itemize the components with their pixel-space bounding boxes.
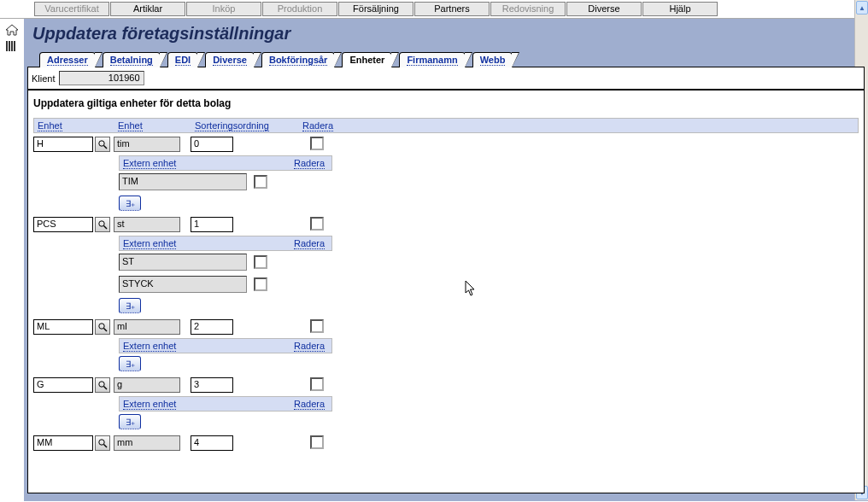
unit-code-input[interactable]: G [33, 377, 93, 393]
ext-block: Extern enhet Radera ST STYCK ∃₊ [119, 236, 332, 316]
delete-checkbox[interactable] [310, 217, 324, 231]
svg-line-5 [104, 146, 108, 149]
unit-name-field: st [114, 217, 180, 232]
klient-value: 101960 [59, 71, 144, 85]
unit-row: G g 3 [33, 376, 859, 394]
menu-artiklar[interactable]: Artiklar [110, 2, 185, 16]
list-icon[interactable] [6, 41, 18, 53]
add-ext-button[interactable]: ∃₊ [119, 414, 141, 429]
add-ext-button[interactable]: ∃₊ [119, 298, 141, 313]
menu-inkop[interactable]: Inköp [186, 2, 261, 16]
unit-code-input[interactable]: MM [33, 435, 93, 451]
menu-partners[interactable]: Partners [414, 2, 490, 16]
lookup-button[interactable] [95, 435, 110, 451]
top-menu: Varucertifikat Artiklar Inköp Produktion… [0, 0, 868, 19]
ext-unit-input[interactable]: ST [119, 254, 247, 271]
unit-row: H tim 0 [33, 135, 859, 154]
delete-checkbox[interactable] [310, 377, 324, 391]
unit-code-input[interactable]: PCS [33, 217, 93, 232]
svg-point-8 [99, 324, 104, 329]
grid-header: Enhet Enhet Sorteringsordning Radera [33, 118, 859, 133]
tab-webb[interactable]: Webb [472, 52, 513, 67]
tab-edi[interactable]: EDI [167, 52, 198, 67]
unit-row: ML ml 2 [33, 318, 859, 336]
unit-name-field: g [114, 377, 180, 393]
col-unit-code: Enhet [38, 120, 62, 131]
scroll-up-button[interactable]: ▲ [856, 1, 868, 15]
add-ext-button[interactable]: ∃₊ [119, 356, 141, 371]
svg-rect-2 [11, 41, 13, 51]
ext-col-del: Radera [294, 158, 325, 169]
ext-block: Extern enhet Radera ∃₊ [119, 338, 332, 374]
ext-col-unit: Extern enhet [123, 158, 176, 169]
unit-name-field: ml [114, 319, 180, 335]
page-title: Uppdatera företagsinställningar [32, 24, 865, 44]
ext-col-del: Radera [294, 399, 325, 410]
menu-hjalp[interactable]: Hjälp [642, 2, 718, 16]
col-unit-name: Enhet [118, 120, 143, 131]
svg-rect-1 [9, 41, 10, 51]
tab-strip: Adresser Betalning EDI Diverse Bokföring… [39, 52, 865, 67]
unit-name-field: tim [114, 137, 180, 152]
tab-firmanamn[interactable]: Firmanamn [399, 52, 465, 67]
svg-point-6 [99, 221, 104, 226]
svg-rect-3 [14, 41, 15, 51]
ext-col-unit: Extern enhet [123, 399, 176, 410]
ext-col-del: Radera [294, 341, 325, 352]
add-ext-button[interactable]: ∃₊ [119, 196, 141, 211]
lookup-button[interactable] [95, 217, 110, 232]
svg-line-11 [104, 387, 108, 390]
svg-line-7 [104, 226, 108, 230]
klient-label: Klient [32, 73, 56, 84]
svg-point-10 [99, 382, 104, 387]
menu-produktion[interactable]: Produktion [262, 2, 337, 16]
lookup-button[interactable] [95, 319, 110, 335]
sort-input[interactable]: 0 [191, 137, 233, 152]
section-subtitle: Uppdatera giltiga enheter för detta bola… [28, 90, 864, 118]
menu-varucertifikat[interactable]: Varucertifikat [34, 2, 109, 16]
ext-block: Extern enhet Radera ∃₊ [119, 396, 332, 432]
menu-redovisning[interactable]: Redovisning [490, 2, 566, 16]
home-icon[interactable] [5, 24, 19, 36]
svg-point-4 [99, 141, 104, 146]
menu-diverse[interactable]: Diverse [566, 2, 642, 16]
col-delete: Radera [302, 120, 333, 131]
ext-col-unit: Extern enhet [123, 341, 176, 352]
svg-line-13 [104, 445, 108, 448]
sort-input[interactable]: 4 [191, 435, 233, 451]
tab-betalning[interactable]: Betalning [103, 52, 161, 67]
delete-checkbox[interactable] [310, 435, 324, 449]
ext-unit-input[interactable]: TIM [119, 173, 247, 190]
tab-panel: Klient 101960 Uppdatera giltiga enheter … [27, 67, 865, 493]
tab-bokforingsar[interactable]: Bokföringsår [261, 52, 335, 67]
lookup-button[interactable] [95, 137, 110, 152]
tab-diverse[interactable]: Diverse [205, 52, 255, 67]
svg-line-9 [104, 329, 108, 332]
svg-rect-0 [6, 41, 8, 51]
ext-delete-checkbox[interactable] [254, 277, 267, 291]
unit-row: PCS st 1 [33, 215, 859, 234]
unit-code-input[interactable]: H [33, 137, 93, 152]
ext-block: Extern enhet Radera TIM ∃₊ [119, 155, 332, 213]
ext-delete-checkbox[interactable] [254, 255, 267, 269]
unit-row: MM mm 4 [33, 434, 859, 452]
main-area: Uppdatera företagsinställningar Adresser… [24, 19, 868, 501]
ext-col-del: Radera [294, 238, 325, 249]
unit-name-field: mm [114, 435, 180, 451]
sort-input[interactable]: 3 [191, 377, 233, 393]
left-rail [0, 19, 24, 501]
sort-input[interactable]: 2 [191, 319, 233, 335]
delete-checkbox[interactable] [310, 137, 324, 150]
col-sort: Sorteringsordning [195, 120, 269, 131]
ext-unit-input[interactable]: STYCK [119, 276, 247, 293]
svg-point-12 [99, 440, 104, 445]
sort-input[interactable]: 1 [191, 217, 233, 232]
tab-adresser[interactable]: Adresser [39, 52, 96, 67]
unit-code-input[interactable]: ML [33, 319, 93, 335]
menu-forsaljning[interactable]: Försäljning [338, 2, 413, 16]
delete-checkbox[interactable] [310, 319, 324, 333]
ext-delete-checkbox[interactable] [254, 175, 267, 189]
tab-enheter[interactable]: Enheter [342, 52, 392, 67]
lookup-button[interactable] [95, 377, 110, 393]
ext-col-unit: Extern enhet [123, 238, 176, 249]
